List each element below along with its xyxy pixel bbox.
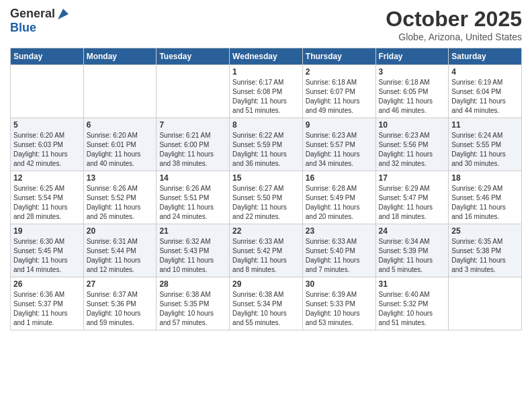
week-row-1: 1Sunrise: 6:17 AMSunset: 6:08 PMDaylight… [11,65,522,118]
day-info: Sunrise: 6:24 AMSunset: 5:55 PMDaylight:… [451,131,519,169]
calendar-cell: 15Sunrise: 6:27 AMSunset: 5:50 PMDayligh… [230,171,303,224]
day-number: 11 [451,120,519,130]
calendar-cell: 11Sunrise: 6:24 AMSunset: 5:55 PMDayligh… [449,118,522,171]
calendar-cell: 22Sunrise: 6:33 AMSunset: 5:42 PMDayligh… [230,224,303,277]
day-number: 4 [451,67,519,77]
day-info: Sunrise: 6:23 AMSunset: 5:57 PMDaylight:… [306,131,373,169]
day-number: 27 [87,279,154,289]
day-number: 17 [379,173,446,183]
calendar-cell [449,277,522,330]
calendar-cell: 10Sunrise: 6:23 AMSunset: 5:56 PMDayligh… [375,118,449,171]
day-number: 26 [13,279,81,289]
day-info: Sunrise: 6:40 AMSunset: 5:32 PMDaylight:… [379,290,446,328]
week-row-3: 12Sunrise: 6:25 AMSunset: 5:54 PMDayligh… [11,171,522,224]
day-info: Sunrise: 6:22 AMSunset: 5:59 PMDaylight:… [232,131,300,169]
title-block: October 2025 Globe, Arizona, United Stat… [386,7,522,42]
weekday-header-tuesday: Tuesday [157,48,230,65]
day-info: Sunrise: 6:35 AMSunset: 5:38 PMDaylight:… [451,237,519,275]
calendar-cell [157,65,230,118]
day-info: Sunrise: 6:25 AMSunset: 5:54 PMDaylight:… [13,184,81,222]
weekday-header-sunday: Sunday [11,48,84,65]
calendar-table: SundayMondayTuesdayWednesdayThursdayFrid… [10,48,522,330]
week-row-4: 19Sunrise: 6:30 AMSunset: 5:45 PMDayligh… [11,224,522,277]
day-number: 19 [13,226,81,236]
day-number: 13 [87,173,154,183]
week-row-2: 5Sunrise: 6:20 AMSunset: 6:03 PMDaylight… [11,118,522,171]
day-info: Sunrise: 6:33 AMSunset: 5:42 PMDaylight:… [232,237,300,275]
logo-arrow-icon [56,7,70,21]
day-number: 14 [159,173,226,183]
day-number: 5 [13,120,81,130]
logo-general: General [10,7,55,21]
day-info: Sunrise: 6:38 AMSunset: 5:35 PMDaylight:… [159,290,226,328]
calendar-cell: 12Sunrise: 6:25 AMSunset: 5:54 PMDayligh… [11,171,84,224]
day-number: 16 [306,173,373,183]
day-number: 7 [159,120,226,130]
day-number: 15 [232,173,300,183]
calendar-cell: 17Sunrise: 6:29 AMSunset: 5:47 PMDayligh… [375,171,449,224]
calendar-cell: 21Sunrise: 6:32 AMSunset: 5:43 PMDayligh… [157,224,230,277]
day-info: Sunrise: 6:26 AMSunset: 5:52 PMDaylight:… [87,184,154,222]
calendar-cell: 5Sunrise: 6:20 AMSunset: 6:03 PMDaylight… [11,118,84,171]
day-info: Sunrise: 6:28 AMSunset: 5:49 PMDaylight:… [306,184,373,222]
calendar-cell: 8Sunrise: 6:22 AMSunset: 5:59 PMDaylight… [230,118,303,171]
day-number: 20 [87,226,154,236]
day-number: 31 [379,279,446,289]
day-number: 22 [232,226,300,236]
calendar-cell: 31Sunrise: 6:40 AMSunset: 5:32 PMDayligh… [375,277,449,330]
day-number: 10 [379,120,446,130]
calendar-cell: 7Sunrise: 6:21 AMSunset: 6:00 PMDaylight… [157,118,230,171]
month-title: October 2025 [386,7,522,32]
day-number: 24 [379,226,446,236]
location: Globe, Arizona, United States [386,32,522,42]
calendar-cell [83,65,157,118]
day-info: Sunrise: 6:30 AMSunset: 5:45 PMDaylight:… [13,237,81,275]
week-row-5: 26Sunrise: 6:36 AMSunset: 5:37 PMDayligh… [11,277,522,330]
day-info: Sunrise: 6:34 AMSunset: 5:39 PMDaylight:… [379,237,446,275]
weekday-header-row: SundayMondayTuesdayWednesdayThursdayFrid… [11,48,522,65]
day-number: 30 [306,279,373,289]
day-info: Sunrise: 6:18 AMSunset: 6:07 PMDaylight:… [306,78,373,116]
calendar-cell: 18Sunrise: 6:29 AMSunset: 5:46 PMDayligh… [449,171,522,224]
calendar-cell: 26Sunrise: 6:36 AMSunset: 5:37 PMDayligh… [11,277,84,330]
weekday-header-thursday: Thursday [302,48,375,65]
day-info: Sunrise: 6:19 AMSunset: 6:04 PMDaylight:… [451,78,519,116]
calendar-cell: 24Sunrise: 6:34 AMSunset: 5:39 PMDayligh… [375,224,449,277]
calendar-cell: 13Sunrise: 6:26 AMSunset: 5:52 PMDayligh… [83,171,157,224]
page-container: General Blue October 2025 Globe, Arizona… [0,0,532,337]
day-number: 2 [306,67,373,77]
day-number: 28 [159,279,226,289]
day-number: 23 [306,226,373,236]
day-number: 12 [13,173,81,183]
day-number: 21 [159,226,226,236]
day-number: 18 [451,173,519,183]
day-info: Sunrise: 6:21 AMSunset: 6:00 PMDaylight:… [159,131,226,169]
calendar-cell: 4Sunrise: 6:19 AMSunset: 6:04 PMDaylight… [449,65,522,118]
day-number: 1 [232,67,300,77]
day-info: Sunrise: 6:31 AMSunset: 5:44 PMDaylight:… [87,237,154,275]
weekday-header-wednesday: Wednesday [230,48,303,65]
weekday-header-friday: Friday [375,48,449,65]
day-info: Sunrise: 6:33 AMSunset: 5:40 PMDaylight:… [306,237,373,275]
day-number: 3 [379,67,446,77]
day-number: 29 [232,279,300,289]
day-info: Sunrise: 6:26 AMSunset: 5:51 PMDaylight:… [159,184,226,222]
calendar-cell: 6Sunrise: 6:20 AMSunset: 6:01 PMDaylight… [83,118,157,171]
logo-blue: Blue [10,21,70,35]
day-number: 6 [87,120,154,130]
calendar-cell: 29Sunrise: 6:38 AMSunset: 5:34 PMDayligh… [230,277,303,330]
day-number: 8 [232,120,300,130]
weekday-header-monday: Monday [83,48,157,65]
calendar-cell: 25Sunrise: 6:35 AMSunset: 5:38 PMDayligh… [449,224,522,277]
day-info: Sunrise: 6:32 AMSunset: 5:43 PMDaylight:… [159,237,226,275]
day-info: Sunrise: 6:37 AMSunset: 5:36 PMDaylight:… [87,290,154,328]
header: General Blue October 2025 Globe, Arizona… [10,7,522,42]
calendar-cell: 28Sunrise: 6:38 AMSunset: 5:35 PMDayligh… [157,277,230,330]
day-info: Sunrise: 6:23 AMSunset: 5:56 PMDaylight:… [379,131,446,169]
day-info: Sunrise: 6:20 AMSunset: 6:03 PMDaylight:… [13,131,81,169]
calendar-cell: 16Sunrise: 6:28 AMSunset: 5:49 PMDayligh… [302,171,375,224]
calendar-cell: 14Sunrise: 6:26 AMSunset: 5:51 PMDayligh… [157,171,230,224]
calendar-cell: 19Sunrise: 6:30 AMSunset: 5:45 PMDayligh… [11,224,84,277]
day-info: Sunrise: 6:38 AMSunset: 5:34 PMDaylight:… [232,290,300,328]
logo: General Blue [10,7,70,35]
